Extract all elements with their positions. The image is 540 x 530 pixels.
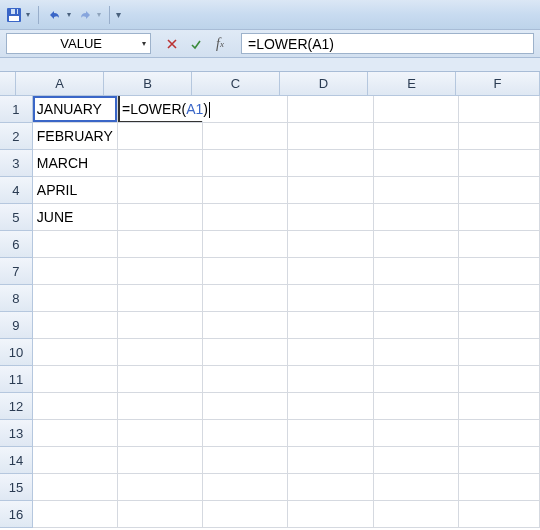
row-header-3[interactable]: 3	[0, 150, 33, 177]
row-header-7[interactable]: 7	[0, 258, 33, 285]
cell-F11[interactable]	[459, 366, 540, 393]
cell-F4[interactable]	[459, 177, 540, 204]
cell-C12[interactable]	[203, 393, 288, 420]
cell-E1[interactable]	[374, 96, 459, 123]
cell-A3[interactable]: MARCH	[33, 150, 118, 177]
row-header-11[interactable]: 11	[0, 366, 33, 393]
cell-E12[interactable]	[374, 393, 459, 420]
cell-C15[interactable]	[203, 474, 288, 501]
cell-E9[interactable]	[374, 312, 459, 339]
cell-B9[interactable]	[118, 312, 203, 339]
cell-A6[interactable]	[33, 231, 118, 258]
name-box[interactable]: VALUE ▾	[6, 33, 151, 54]
cell-D9[interactable]	[288, 312, 373, 339]
cell-D11[interactable]	[288, 366, 373, 393]
cell-C4[interactable]	[203, 177, 288, 204]
cell-D5[interactable]	[288, 204, 373, 231]
cell-C5[interactable]	[203, 204, 288, 231]
enter-button[interactable]	[185, 33, 207, 54]
cell-E11[interactable]	[374, 366, 459, 393]
cell-C3[interactable]	[203, 150, 288, 177]
cell-E14[interactable]	[374, 447, 459, 474]
row-header-4[interactable]: 4	[0, 177, 33, 204]
cell-C13[interactable]	[203, 420, 288, 447]
cell-D8[interactable]	[288, 285, 373, 312]
cell-B6[interactable]	[118, 231, 203, 258]
cell-F15[interactable]	[459, 474, 540, 501]
row-header-16[interactable]: 16	[0, 501, 33, 528]
cell-A10[interactable]	[33, 339, 118, 366]
cell-B11[interactable]	[118, 366, 203, 393]
select-all-corner[interactable]	[0, 72, 16, 96]
cell-D16[interactable]	[288, 501, 373, 528]
cell-A1[interactable]: JANUARY	[33, 96, 118, 123]
cell-E3[interactable]	[374, 150, 459, 177]
cell-C8[interactable]	[203, 285, 288, 312]
row-header-2[interactable]: 2	[0, 123, 33, 150]
row-header-12[interactable]: 12	[0, 393, 33, 420]
cancel-button[interactable]	[161, 33, 183, 54]
cell-A14[interactable]	[33, 447, 118, 474]
cell-E13[interactable]	[374, 420, 459, 447]
cell-D14[interactable]	[288, 447, 373, 474]
column-header-B[interactable]: B	[104, 72, 192, 96]
cell-C11[interactable]	[203, 366, 288, 393]
cell-F5[interactable]	[459, 204, 540, 231]
row-header-8[interactable]: 8	[0, 285, 33, 312]
cell-D12[interactable]	[288, 393, 373, 420]
cell-D15[interactable]	[288, 474, 373, 501]
cell-C14[interactable]	[203, 447, 288, 474]
insert-function-button[interactable]: fx	[209, 33, 231, 54]
row-header-13[interactable]: 13	[0, 420, 33, 447]
cell-D7[interactable]	[288, 258, 373, 285]
row-header-1[interactable]: 1	[0, 96, 33, 123]
formula-input[interactable]: =LOWER(A1)	[241, 33, 534, 54]
cell-E8[interactable]	[374, 285, 459, 312]
cell-C7[interactable]	[203, 258, 288, 285]
cell-B8[interactable]	[118, 285, 203, 312]
cell-E16[interactable]	[374, 501, 459, 528]
row-header-6[interactable]: 6	[0, 231, 33, 258]
cell-F8[interactable]	[459, 285, 540, 312]
cell-E10[interactable]	[374, 339, 459, 366]
cell-B10[interactable]	[118, 339, 203, 366]
cell-F7[interactable]	[459, 258, 540, 285]
row-header-5[interactable]: 5	[0, 204, 33, 231]
cell-E15[interactable]	[374, 474, 459, 501]
cell-F2[interactable]	[459, 123, 540, 150]
cell-E6[interactable]	[374, 231, 459, 258]
cell-A15[interactable]	[33, 474, 118, 501]
cell-A12[interactable]	[33, 393, 118, 420]
row-header-15[interactable]: 15	[0, 474, 33, 501]
cell-A8[interactable]	[33, 285, 118, 312]
cell-C9[interactable]	[203, 312, 288, 339]
undo-icon[interactable]	[47, 7, 63, 23]
cell-B16[interactable]	[118, 501, 203, 528]
cell-B14[interactable]	[118, 447, 203, 474]
column-header-F[interactable]: F	[456, 72, 540, 96]
cell-B15[interactable]	[118, 474, 203, 501]
undo-dropdown-icon[interactable]: ▾	[67, 10, 71, 19]
cell-C16[interactable]	[203, 501, 288, 528]
cell-A5[interactable]: JUNE	[33, 204, 118, 231]
cell-A13[interactable]	[33, 420, 118, 447]
cell-E4[interactable]	[374, 177, 459, 204]
save-icon[interactable]	[6, 7, 22, 23]
row-header-9[interactable]: 9	[0, 312, 33, 339]
cell-D6[interactable]	[288, 231, 373, 258]
cell-D10[interactable]	[288, 339, 373, 366]
row-header-14[interactable]: 14	[0, 447, 33, 474]
cell-F16[interactable]	[459, 501, 540, 528]
cell-B12[interactable]	[118, 393, 203, 420]
cell-F9[interactable]	[459, 312, 540, 339]
column-header-D[interactable]: D	[280, 72, 368, 96]
cell-F6[interactable]	[459, 231, 540, 258]
cell-B2[interactable]	[118, 123, 203, 150]
redo-icon[interactable]	[77, 7, 93, 23]
cell-A2[interactable]: FEBRUARY	[33, 123, 118, 150]
redo-dropdown-icon[interactable]: ▾	[97, 10, 101, 19]
cell-E2[interactable]	[374, 123, 459, 150]
cell-B7[interactable]	[118, 258, 203, 285]
cell-F3[interactable]	[459, 150, 540, 177]
cell-C2[interactable]	[203, 123, 288, 150]
